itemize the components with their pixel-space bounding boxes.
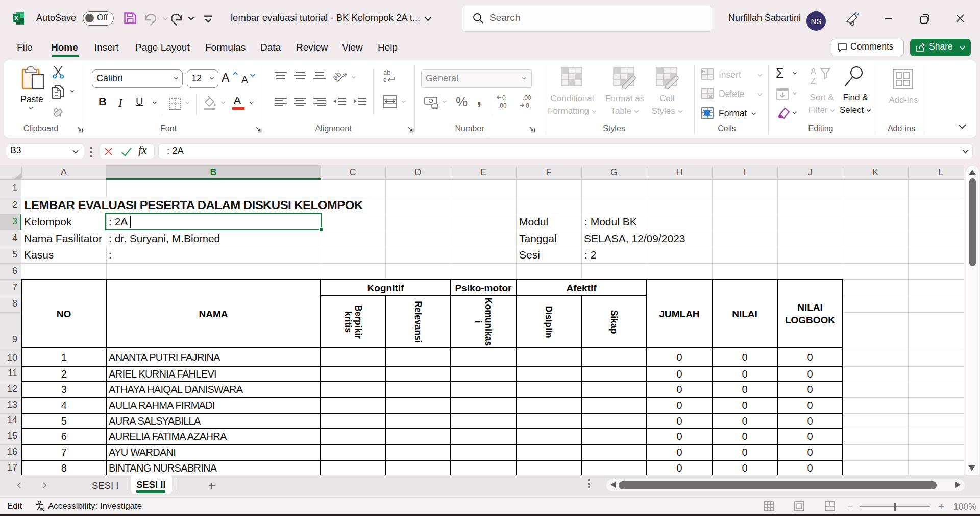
svg-text:ab: ab [383, 68, 390, 76]
svg-text:0: 0 [502, 94, 506, 101]
svg-text:0: 0 [526, 102, 529, 109]
svg-text:X: X [14, 15, 18, 22]
svg-text:c: c [383, 76, 387, 83]
svg-text:A: A [811, 67, 816, 76]
svg-text:.00: .00 [523, 94, 531, 101]
svg-text:Z: Z [811, 77, 816, 85]
svg-text:.00: .00 [498, 102, 507, 109]
svg-text:ab: ab [333, 69, 342, 82]
